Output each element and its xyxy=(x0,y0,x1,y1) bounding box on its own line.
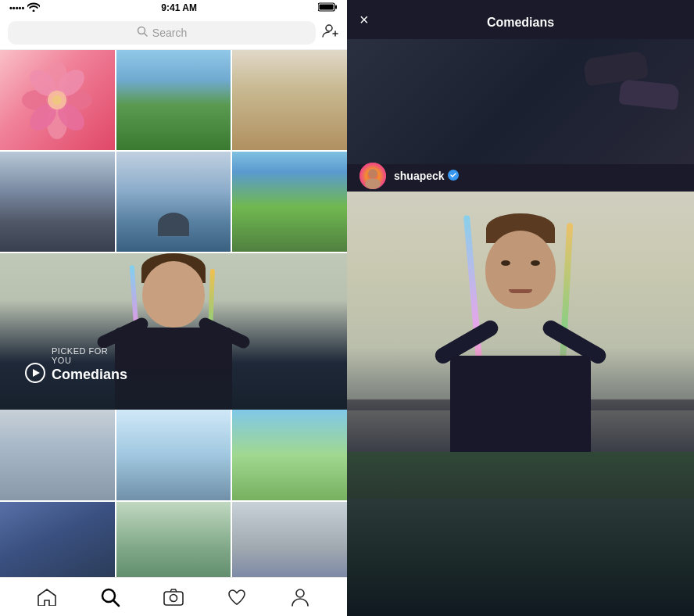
user-name-row: shuapeck xyxy=(394,170,459,183)
grid-cell-gondola[interactable] xyxy=(232,410,347,500)
tab-search[interactable] xyxy=(95,582,126,613)
svg-point-23 xyxy=(296,589,304,597)
grid-cell-plane[interactable] xyxy=(0,502,116,577)
grid-cell-girl[interactable] xyxy=(0,410,116,500)
man-face-story xyxy=(485,231,556,309)
tab-profile[interactable] xyxy=(284,582,316,613)
svg-point-22 xyxy=(170,594,177,601)
search-bar-row: Search xyxy=(0,16,347,50)
grid-row-1 xyxy=(0,50,347,152)
svg-point-26 xyxy=(365,178,381,189)
svg-point-18 xyxy=(52,95,62,105)
right-panel: × Comedians xyxy=(347,0,694,616)
svg-rect-2 xyxy=(335,5,337,9)
add-person-button[interactable] xyxy=(322,23,339,41)
svg-point-5 xyxy=(326,25,332,31)
heart-icon xyxy=(227,589,246,606)
search-placeholder-text: Search xyxy=(152,27,187,39)
signal-icons: ••••• xyxy=(9,2,40,13)
svg-point-25 xyxy=(368,169,377,178)
tab-activity[interactable] xyxy=(221,582,252,613)
verified-badge xyxy=(448,170,459,183)
battery-icon xyxy=(318,2,338,13)
grid-cell-park[interactable] xyxy=(116,50,233,150)
search-tab-icon xyxy=(100,587,120,607)
svg-line-20 xyxy=(113,600,119,606)
story-bottom-area xyxy=(347,452,694,616)
username-label: shuapeck xyxy=(394,170,445,182)
tab-bar xyxy=(0,577,347,616)
camera-icon xyxy=(163,589,184,606)
grid-cell-table[interactable] xyxy=(232,50,347,150)
shoes-area xyxy=(585,55,678,117)
signal-icon: ••••• xyxy=(9,3,24,13)
grid-row-4 xyxy=(0,502,347,577)
grid-cell-lamp[interactable] xyxy=(232,502,347,577)
svg-rect-21 xyxy=(164,592,183,605)
profile-icon xyxy=(292,588,309,607)
close-button[interactable]: × xyxy=(360,11,369,29)
featured-title: Comedians xyxy=(52,367,127,383)
home-icon xyxy=(38,589,56,606)
status-bar: ••••• 9:41 AM xyxy=(0,0,347,16)
time-display: 9:41 AM xyxy=(161,2,197,13)
user-avatar xyxy=(360,163,386,189)
grid-cell-lake[interactable] xyxy=(116,152,233,252)
battery-area xyxy=(318,2,338,13)
svg-point-27 xyxy=(448,170,459,181)
story-content: shuapeck xyxy=(347,39,694,616)
grid-cell-flower[interactable] xyxy=(0,50,116,150)
foliage-area xyxy=(347,452,694,499)
grid-row-2 xyxy=(0,152,347,253)
story-top-area xyxy=(347,39,694,164)
man-head xyxy=(142,261,205,328)
play-triangle-icon xyxy=(33,369,40,377)
search-magnifier-icon xyxy=(137,26,148,39)
user-info-row: shuapeck xyxy=(347,155,694,197)
wifi-icon xyxy=(27,2,40,13)
story-header: × Comedians xyxy=(347,0,694,39)
left-panel: ••••• 9:41 AM Sear xyxy=(0,0,347,616)
svg-line-4 xyxy=(144,34,147,37)
grid-cell-car[interactable] xyxy=(232,152,347,252)
featured-text: PICKED FOR YOU Comedians xyxy=(52,346,127,383)
avatar-image xyxy=(360,163,386,189)
search-box[interactable]: Search xyxy=(8,21,316,45)
svg-rect-1 xyxy=(320,5,334,10)
grid-cell-bridge[interactable] xyxy=(0,152,116,252)
grid-row-3 xyxy=(0,410,347,502)
flower-svg xyxy=(18,57,96,143)
grid-cell-palm[interactable] xyxy=(116,502,233,577)
tab-camera[interactable] xyxy=(158,582,189,613)
explore-grid: PICKED FOR YOU Comedians xyxy=(0,50,347,577)
tab-home[interactable] xyxy=(31,582,63,613)
play-button[interactable] xyxy=(25,363,45,383)
picked-for-you-label: PICKED FOR YOU xyxy=(52,346,127,365)
story-title: Comedians xyxy=(487,16,554,30)
grid-cell-sky[interactable] xyxy=(116,410,233,500)
man-with-ribbons xyxy=(347,192,694,489)
featured-video-strip[interactable]: PICKED FOR YOU Comedians xyxy=(0,253,347,410)
featured-man-container xyxy=(0,253,347,410)
story-video-area[interactable] xyxy=(347,192,694,489)
